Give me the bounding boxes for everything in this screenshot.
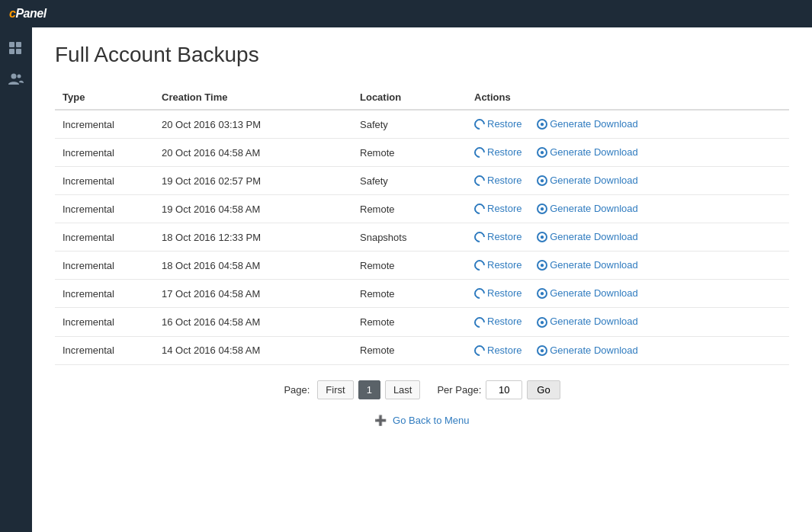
generate-download-link[interactable]: ●Generate Download: [537, 146, 638, 158]
back-link-label: Go Back to Menu: [393, 415, 469, 426]
table-row: Incremental 18 Oct 2016 04:58 AM Remote …: [55, 252, 789, 280]
cell-creation: 19 Oct 2016 04:58 AM: [154, 195, 352, 223]
restore-link[interactable]: Restore: [474, 146, 525, 158]
cell-type: Incremental: [55, 195, 154, 223]
cell-type: Incremental: [55, 167, 154, 195]
download-icon: ●: [537, 147, 547, 158]
download-icon: ●: [537, 317, 547, 328]
backups-table: Type Creation Time Location Actions Incr…: [55, 85, 789, 365]
cell-creation: 14 Oct 2016 04:58 AM: [154, 336, 352, 364]
restore-link[interactable]: Restore: [474, 345, 525, 356]
generate-download-link[interactable]: ●Generate Download: [537, 203, 638, 214]
restore-link[interactable]: Restore: [474, 203, 525, 214]
col-header-creation: Creation Time: [154, 85, 352, 110]
cell-location: Remote: [352, 336, 467, 364]
download-icon: ●: [537, 175, 547, 186]
restore-icon: [472, 343, 487, 358]
logo-panel: Panel: [15, 7, 46, 20]
cell-actions: Restore ●Generate Download: [467, 195, 789, 223]
cell-location: Snapshots: [352, 223, 467, 252]
table-row: Incremental 18 Oct 2016 12:33 PM Snapsho…: [55, 223, 789, 252]
restore-link[interactable]: Restore: [474, 118, 525, 130]
first-page-button[interactable]: First: [317, 380, 353, 399]
cell-location: Remote: [352, 280, 467, 308]
cpanel-logo: cPanel: [9, 7, 47, 21]
generate-download-link[interactable]: ●Generate Download: [537, 345, 638, 356]
pagination-bar: Page: First 1 Last Per Page: Go: [55, 380, 789, 399]
restore-link[interactable]: Restore: [474, 259, 525, 271]
restore-icon: [472, 201, 487, 216]
generate-download-link[interactable]: ●Generate Download: [537, 175, 638, 186]
cell-actions: Restore ●Generate Download: [467, 336, 789, 364]
last-page-button[interactable]: Last: [385, 380, 421, 399]
cell-location: Remote: [352, 252, 467, 280]
cell-type: Incremental: [55, 139, 154, 167]
restore-icon: [472, 229, 487, 245]
table-row: Incremental 19 Oct 2016 04:58 AM Remote …: [55, 195, 789, 223]
generate-download-link[interactable]: ●Generate Download: [537, 316, 638, 327]
table-row: Incremental 14 Oct 2016 04:58 AM Remote …: [55, 336, 789, 364]
table-row: Incremental 17 Oct 2016 04:58 AM Remote …: [55, 280, 789, 308]
cell-location: Remote: [352, 308, 467, 336]
back-icon: ➕: [374, 415, 387, 426]
download-icon: ●: [537, 119, 547, 130]
generate-download-link[interactable]: ●Generate Download: [537, 259, 638, 271]
cell-location: Safety: [352, 110, 467, 139]
page-title: Full Account Backups: [55, 43, 789, 67]
cell-creation: 17 Oct 2016 04:58 AM: [154, 280, 352, 308]
cell-creation: 19 Oct 2016 02:57 PM: [154, 167, 352, 195]
restore-icon: [472, 287, 487, 302]
go-button[interactable]: Go: [527, 380, 560, 399]
cell-type: Incremental: [55, 223, 154, 252]
table-row: Incremental 19 Oct 2016 02:57 PM Safety …: [55, 167, 789, 195]
col-header-actions: Actions: [467, 85, 789, 110]
cell-actions: Restore ●Generate Download: [467, 308, 789, 336]
svg-rect-1: [16, 42, 21, 47]
table-row: Incremental 20 Oct 2016 03:13 PM Safety …: [55, 110, 789, 139]
svg-point-5: [18, 75, 21, 79]
generate-download-link[interactable]: ●Generate Download: [537, 231, 638, 242]
per-page-input[interactable]: [486, 380, 522, 399]
cell-type: Incremental: [55, 308, 154, 336]
restore-icon: [472, 258, 487, 273]
cell-type: Incremental: [55, 280, 154, 308]
col-header-type: Type: [55, 85, 154, 110]
table-row: Incremental 20 Oct 2016 04:58 AM Remote …: [55, 139, 789, 167]
cell-location: Remote: [352, 195, 467, 223]
users-icon[interactable]: [5, 69, 27, 90]
topbar: cPanel: [0, 0, 812, 27]
cell-actions: Restore ●Generate Download: [467, 139, 789, 167]
cell-type: Incremental: [55, 336, 154, 364]
svg-rect-2: [9, 49, 14, 54]
restore-link[interactable]: Restore: [474, 175, 525, 186]
generate-download-link[interactable]: ●Generate Download: [537, 118, 638, 130]
page-label: Page:: [284, 384, 310, 396]
restore-link[interactable]: Restore: [474, 287, 525, 299]
grid-icon[interactable]: [5, 38, 27, 59]
app-layout: cPanel Full Account Backups: [0, 0, 812, 532]
restore-link[interactable]: Restore: [474, 316, 525, 327]
cell-location: Safety: [352, 167, 467, 195]
cell-actions: Restore ●Generate Download: [467, 252, 789, 280]
back-to-menu: ➕ Go Back to Menu: [55, 415, 789, 426]
cell-actions: Restore ●Generate Download: [467, 110, 789, 139]
cell-creation: 18 Oct 2016 04:58 AM: [154, 252, 352, 280]
restore-link[interactable]: Restore: [474, 231, 525, 242]
cell-actions: Restore ●Generate Download: [467, 223, 789, 252]
restore-icon: [472, 315, 487, 330]
svg-rect-0: [9, 42, 14, 47]
generate-download-link[interactable]: ●Generate Download: [537, 287, 638, 299]
cell-creation: 18 Oct 2016 12:33 PM: [154, 223, 352, 252]
restore-icon: [472, 173, 487, 188]
back-to-menu-link[interactable]: ➕ Go Back to Menu: [374, 415, 469, 426]
svg-rect-3: [16, 49, 21, 54]
table-row: Incremental 16 Oct 2016 04:58 AM Remote …: [55, 308, 789, 336]
cell-creation: 16 Oct 2016 04:58 AM: [154, 308, 352, 336]
cell-creation: 20 Oct 2016 04:58 AM: [154, 139, 352, 167]
table-header: Type Creation Time Location Actions: [55, 85, 789, 110]
svg-point-4: [11, 74, 17, 79]
current-page-button[interactable]: 1: [358, 380, 380, 399]
main-content: Full Account Backups Type Creation Time …: [32, 0, 812, 532]
download-icon: ●: [537, 345, 547, 356]
cell-type: Incremental: [55, 110, 154, 139]
